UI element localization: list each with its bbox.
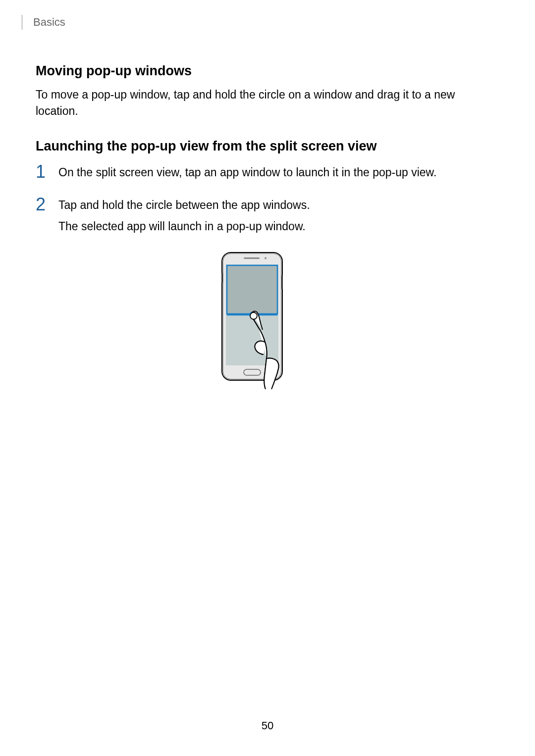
svg-point-13 [250, 312, 257, 319]
step-item: 1 On the split screen view, tap an app w… [36, 162, 499, 181]
breadcrumb: Basics [22, 15, 499, 30]
svg-rect-3 [221, 273, 223, 283]
step-item: 2 Tap and hold the circle between the ap… [36, 195, 499, 235]
page-number: 50 [0, 719, 535, 732]
breadcrumb-text: Basics [33, 16, 65, 29]
step-text: Tap and hold the circle between the app … [58, 195, 310, 214]
svg-rect-7 [227, 265, 277, 314]
svg-point-5 [265, 257, 267, 259]
breadcrumb-divider [22, 15, 22, 30]
step-number: 1 [36, 162, 54, 181]
step-text: On the split screen view, tap an app win… [58, 162, 436, 181]
svg-rect-9 [227, 316, 277, 364]
section-heading-moving: Moving pop-up windows [36, 63, 499, 79]
step-number: 2 [36, 195, 54, 213]
step-list: 1 On the split screen view, tap an app w… [36, 162, 499, 235]
phone-illustration [36, 251, 499, 394]
section-heading-launching: Launching the pop-up view from the split… [36, 139, 499, 154]
svg-rect-2 [281, 275, 283, 289]
body-text-moving: To move a pop-up window, tap and hold th… [36, 87, 499, 120]
step-subtext: The selected app will launch in a pop-up… [58, 218, 310, 235]
svg-rect-4 [244, 257, 260, 259]
